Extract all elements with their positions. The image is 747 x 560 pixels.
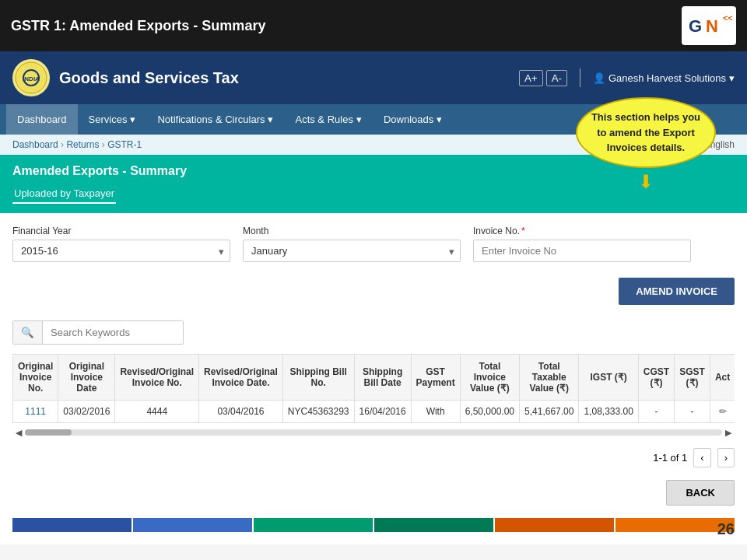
col-total-taxable-value: Total Taxable Value (₹) — [520, 355, 579, 401]
back-row: BACK — [12, 477, 735, 506]
col-original-invoice-no: Original Invoice No. — [13, 355, 58, 401]
cell-total-taxable-value: 5,41,667.00 — [520, 401, 579, 423]
nav-dashboard[interactable]: Dashboard — [6, 104, 78, 135]
page-number: 26 — [717, 520, 735, 538]
header-left: INDIA Goods and Services Tax — [12, 59, 239, 96]
invoice-no-group: Invoice No.* — [473, 226, 691, 262]
svg-text:G: G — [689, 16, 702, 36]
user-dropdown-icon: ▾ — [729, 72, 735, 84]
edit-icon[interactable]: ✏ — [719, 406, 727, 417]
breadcrumb-sep-1: › — [61, 139, 64, 150]
header: INDIA Goods and Services Tax A+ A- 👤 Gan… — [0, 51, 747, 104]
invoice-no-input[interactable] — [473, 240, 691, 262]
search-input[interactable] — [43, 321, 167, 344]
footer-bar-5 — [495, 518, 614, 532]
user-menu[interactable]: 👤 Ganesh Harvest Solutions ▾ — [593, 72, 735, 84]
svg-text:N: N — [706, 16, 718, 36]
svg-text:<<>>: <<>> — [723, 13, 732, 23]
svg-text:INDIA: INDIA — [23, 75, 40, 82]
scroll-bar: ◀ ▶ — [12, 426, 735, 439]
scroll-left-btn[interactable]: ◀ — [12, 428, 25, 438]
invoice-no-label: Invoice No.* — [473, 226, 691, 236]
pagination-next-btn[interactable]: › — [717, 448, 735, 467]
header-title: Goods and Services Tax — [59, 69, 239, 87]
financial-year-select-wrapper: 2015-16 2016-17 2017-18 — [12, 240, 230, 262]
nav-acts-arrow: ▾ — [356, 114, 362, 125]
footer-bars — [12, 518, 735, 532]
breadcrumb-returns[interactable]: Returns — [66, 139, 99, 150]
col-igst: IGST (₹) — [579, 355, 638, 401]
cell-igst: 1,08,333.00 — [579, 401, 638, 423]
pagination-prev-btn[interactable]: ‹ — [693, 448, 710, 467]
required-marker: * — [521, 226, 525, 236]
nav-downloads[interactable]: Downloads ▾ — [373, 104, 453, 135]
font-decrease-btn[interactable]: A- — [546, 70, 567, 86]
footer-bar-1 — [12, 518, 132, 532]
divider — [580, 68, 580, 87]
font-size-controls: A+ A- — [519, 70, 567, 86]
col-shipping-bill-date: Shipping Bill Date — [354, 355, 411, 401]
nav-downloads-label: Downloads — [384, 114, 433, 125]
tooltip-bubble: This section helps you to amend the Expo… — [576, 97, 716, 168]
scroll-right-btn[interactable]: ▶ — [722, 428, 735, 438]
content: Financial Year 2015-16 2016-17 2017-18 M… — [0, 213, 747, 544]
search-row: 🔍 — [12, 320, 184, 345]
nav-downloads-arrow: ▾ — [437, 114, 442, 125]
amend-invoice-button[interactable]: AMEND INVOICE — [619, 278, 735, 305]
month-select[interactable]: January February March — [243, 240, 461, 262]
financial-year-select[interactable]: 2015-16 2016-17 2017-18 — [12, 240, 230, 262]
footer-bar-2 — [133, 518, 252, 532]
cell-sgst: - — [675, 401, 710, 423]
logo: G N <<>> — [682, 6, 736, 45]
table-container: Original Invoice No. Original Invoice Da… — [12, 354, 735, 423]
back-button[interactable]: BACK — [666, 480, 735, 506]
col-original-invoice-date: Original Invoice Date — [58, 355, 115, 401]
financial-year-label: Financial Year — [12, 226, 230, 236]
title-bar: GSTR 1: Amended Exports - Summary G N <<… — [0, 0, 747, 51]
breadcrumb-gstr1[interactable]: GSTR-1 — [107, 139, 142, 150]
tab-label: Uploaded by Taxpayer — [14, 187, 114, 199]
cell-total-invoice-value: 6,50,000.00 — [460, 401, 519, 423]
nav-acts-label: Acts & Rules — [295, 114, 352, 125]
nav-dashboard-label: Dashboard — [17, 114, 67, 125]
month-group: Month January February March — [243, 226, 461, 262]
invoice-link[interactable]: 1111 — [25, 406, 46, 417]
nav-notifications-arrow: ▾ — [268, 114, 273, 125]
month-select-wrapper: January February March — [243, 240, 461, 262]
table-header: Original Invoice No. Original Invoice Da… — [13, 355, 735, 401]
search-button[interactable]: 🔍 — [13, 321, 43, 344]
user-icon: 👤 — [593, 72, 605, 84]
cell-original-inv-no: 1111 — [13, 401, 58, 423]
nav-notifications-label: Notifications & Circulars — [157, 114, 265, 125]
form-row: Financial Year 2015-16 2016-17 2017-18 M… — [12, 226, 735, 262]
cell-revised-inv-date: 03/04/2016 — [199, 401, 283, 423]
invoices-table: Original Invoice No. Original Invoice Da… — [12, 354, 735, 423]
col-total-invoice-value: Total Invoice Value (₹) — [460, 355, 519, 401]
amend-btn-row: AMEND INVOICE — [12, 271, 735, 311]
footer-bar-4 — [374, 518, 493, 532]
breadcrumb-dashboard[interactable]: Dashboard — [12, 139, 58, 150]
nav-notifications[interactable]: Notifications & Circulars ▾ — [146, 104, 284, 135]
col-act: Act — [710, 355, 735, 401]
emblem: INDIA — [12, 59, 50, 96]
search-icon: 🔍 — [21, 327, 34, 338]
nav-services-arrow: ▾ — [130, 114, 135, 125]
header-row: Original Invoice No. Original Invoice Da… — [13, 355, 735, 401]
table-row: 1111 03/02/2016 4444 03/04/2016 NYC45363… — [13, 401, 735, 423]
cell-gst-payment: With — [411, 401, 460, 423]
col-revised-invoice-date: Revised/Original Invoice Date. — [199, 355, 283, 401]
cell-shipping-bill-no: NYC45363293 — [282, 401, 354, 423]
scroll-thumb[interactable] — [25, 429, 72, 436]
nav-services[interactable]: Services ▾ — [78, 104, 147, 135]
page-title: GSTR 1: Amended Exports - Summary — [11, 18, 265, 34]
pagination-info: 1-1 of 1 — [653, 452, 687, 464]
user-name: Ganesh Harvest Solutions — [608, 72, 726, 84]
font-increase-btn[interactable]: A+ — [519, 70, 543, 86]
nav-acts[interactable]: Acts & Rules ▾ — [284, 104, 372, 135]
cell-revised-inv-no: 4444 — [115, 401, 199, 423]
tooltip-arrow: ⬇ — [576, 171, 716, 193]
tab-uploaded-by-taxpayer[interactable]: Uploaded by Taxpayer — [12, 184, 116, 204]
col-revised-invoice-no: Revised/Original Invoice No. — [115, 355, 199, 401]
header-right: A+ A- 👤 Ganesh Harvest Solutions ▾ — [519, 68, 735, 87]
breadcrumb-links: Dashboard › Returns › GSTR-1 — [12, 139, 142, 150]
